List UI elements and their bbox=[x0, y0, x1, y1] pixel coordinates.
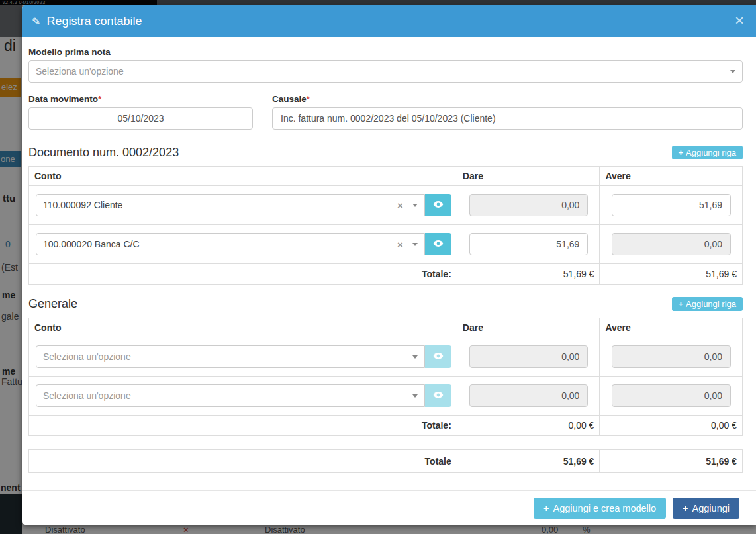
documento-total-row: Totale: 51,69 € 51,69 € bbox=[29, 264, 743, 285]
documento-section-header: Documento num. 0002/2023 +Aggiungi riga bbox=[28, 146, 743, 159]
documento-total-label: Totale: bbox=[29, 264, 457, 285]
conto-select-group: 100.000020 Banca C/C × bbox=[36, 233, 451, 255]
clear-icon[interactable]: × bbox=[397, 239, 403, 250]
modal-body: Modello prima nota Seleziona un'opzione … bbox=[22, 37, 756, 490]
modal-footer: +Aggiungi e crea modello +Aggiungi bbox=[22, 490, 756, 525]
dare-input[interactable] bbox=[469, 233, 589, 255]
view-account-button[interactable] bbox=[425, 194, 451, 216]
eye-icon bbox=[433, 240, 444, 249]
chevron-down-icon bbox=[412, 204, 418, 207]
eye-icon bbox=[433, 200, 444, 210]
grand-total-dare: 51,69 € bbox=[457, 450, 600, 473]
dare-input[interactable] bbox=[469, 194, 589, 216]
conto-select-value: 100.000020 Banca C/C bbox=[43, 239, 392, 249]
conto-select-group: Seleziona un'opzione bbox=[36, 345, 451, 368]
plus-icon: + bbox=[679, 299, 684, 309]
conto-select[interactable]: 110.000092 Cliente × bbox=[36, 194, 425, 216]
add-row-button-documento[interactable]: +Aggiungi riga bbox=[672, 146, 743, 159]
avere-column-header: Avere bbox=[600, 167, 743, 186]
grand-total-avere: 51,69 € bbox=[600, 450, 743, 473]
dare-input[interactable] bbox=[469, 345, 589, 368]
generale-total-row: Totale: 0,00 € 0,00 € bbox=[29, 416, 743, 436]
conto-select[interactable]: 100.000020 Banca C/C × bbox=[36, 233, 425, 255]
add-and-create-template-button[interactable]: +Aggiungi e crea modello bbox=[534, 498, 666, 519]
documento-row-2: 100.000020 Banca C/C × bbox=[29, 225, 743, 264]
required-mark: * bbox=[307, 94, 310, 104]
modello-select[interactable]: Seleziona un'opzione bbox=[28, 60, 743, 83]
add-row-button-generale[interactable]: +Aggiungi riga bbox=[672, 297, 743, 311]
causale-group: Causale* bbox=[272, 94, 743, 130]
chevron-down-icon bbox=[412, 243, 418, 246]
generale-section-title: Generale bbox=[28, 297, 77, 311]
avere-input[interactable] bbox=[612, 194, 731, 216]
plus-icon: + bbox=[679, 148, 684, 157]
generale-row-2: Seleziona un'opzione bbox=[29, 377, 743, 416]
eye-icon bbox=[433, 391, 444, 401]
clear-icon[interactable]: × bbox=[397, 200, 403, 211]
generale-total-dare: 0,00 € bbox=[457, 416, 600, 436]
view-account-button[interactable] bbox=[425, 233, 451, 255]
documento-section-title: Documento num. 0002/2023 bbox=[28, 146, 179, 159]
generale-section-header: Generale +Aggiungi riga bbox=[28, 297, 743, 311]
modal-title: ✎ Registra contabile bbox=[32, 15, 142, 28]
add-and-create-template-label: Aggiungi e crea modello bbox=[553, 503, 657, 513]
view-account-button-disabled bbox=[425, 345, 451, 368]
grand-total-label: Totale bbox=[29, 450, 457, 473]
conto-select[interactable]: Seleziona un'opzione bbox=[36, 345, 425, 368]
eye-icon bbox=[433, 352, 444, 362]
generale-table-header: Conto Dare Avere bbox=[29, 318, 743, 337]
grand-total-table: Totale 51,69 € 51,69 € bbox=[28, 449, 743, 473]
conto-select-placeholder: Seleziona un'opzione bbox=[43, 390, 403, 401]
dare-column-header: Dare bbox=[457, 167, 600, 186]
modal-header: ✎ Registra contabile × bbox=[22, 5, 756, 37]
causale-label-text: Causale bbox=[272, 94, 307, 104]
modello-select-placeholder: Seleziona un'opzione bbox=[36, 66, 721, 77]
conto-select-placeholder: Seleziona un'opzione bbox=[43, 351, 403, 362]
dare-input[interactable] bbox=[469, 384, 589, 407]
documento-table-header: Conto Dare Avere bbox=[29, 167, 743, 186]
generale-table: Conto Dare Avere Seleziona un'opzione bbox=[28, 318, 743, 436]
conto-select-value: 110.000092 Cliente bbox=[43, 200, 392, 210]
add-button-label: Aggiungi bbox=[692, 503, 730, 513]
conto-column-header: Conto bbox=[29, 167, 457, 186]
add-row-label: Aggiungi riga bbox=[686, 148, 736, 157]
chevron-down-icon bbox=[412, 394, 418, 398]
causale-input[interactable] bbox=[272, 107, 743, 130]
conto-select-group: Seleziona un'opzione bbox=[36, 384, 451, 407]
generale-total-avere: 0,00 € bbox=[600, 416, 743, 436]
grand-total-row: Totale 51,69 € 51,69 € bbox=[29, 450, 743, 473]
generale-row-1: Seleziona un'opzione bbox=[29, 337, 743, 377]
generale-total-label: Totale: bbox=[29, 416, 457, 436]
data-movimento-input[interactable] bbox=[28, 107, 253, 130]
close-icon[interactable]: × bbox=[735, 13, 744, 28]
avere-input[interactable] bbox=[612, 384, 731, 407]
conto-select-group: 110.000092 Cliente × bbox=[36, 194, 451, 216]
pencil-icon: ✎ bbox=[32, 15, 40, 28]
modal-title-text: Registra contabile bbox=[46, 15, 142, 28]
data-movimento-group: Data movimento* bbox=[28, 94, 253, 130]
documento-total-avere: 51,69 € bbox=[600, 264, 743, 285]
documento-row-1: 110.000092 Cliente × bbox=[29, 186, 743, 225]
conto-column-header: Conto bbox=[29, 318, 457, 337]
add-row-label: Aggiungi riga bbox=[686, 299, 736, 309]
data-movimento-label-text: Data movimento bbox=[28, 94, 98, 104]
chevron-down-icon bbox=[412, 355, 418, 359]
modello-label: Modello prima nota bbox=[28, 47, 743, 57]
plus-icon: + bbox=[683, 503, 688, 513]
causale-label: Causale* bbox=[272, 94, 743, 104]
data-movimento-label: Data movimento* bbox=[28, 94, 253, 104]
date-causale-row: Data movimento* Causale* bbox=[28, 94, 743, 130]
documento-total-dare: 51,69 € bbox=[457, 264, 600, 285]
add-button[interactable]: +Aggiungi bbox=[673, 498, 739, 519]
registra-contabile-modal: ✎ Registra contabile × Modello prima not… bbox=[22, 5, 756, 525]
chevron-down-icon bbox=[730, 70, 735, 73]
avere-input[interactable] bbox=[612, 233, 731, 255]
view-account-button-disabled bbox=[425, 384, 451, 407]
avere-input[interactable] bbox=[612, 345, 731, 368]
documento-table: Conto Dare Avere 110.000092 Cliente × bbox=[28, 166, 743, 285]
avere-column-header: Avere bbox=[600, 318, 743, 337]
dare-column-header: Dare bbox=[457, 318, 600, 337]
required-mark: * bbox=[98, 94, 101, 104]
conto-select[interactable]: Seleziona un'opzione bbox=[36, 384, 425, 407]
plus-icon: + bbox=[543, 503, 549, 513]
